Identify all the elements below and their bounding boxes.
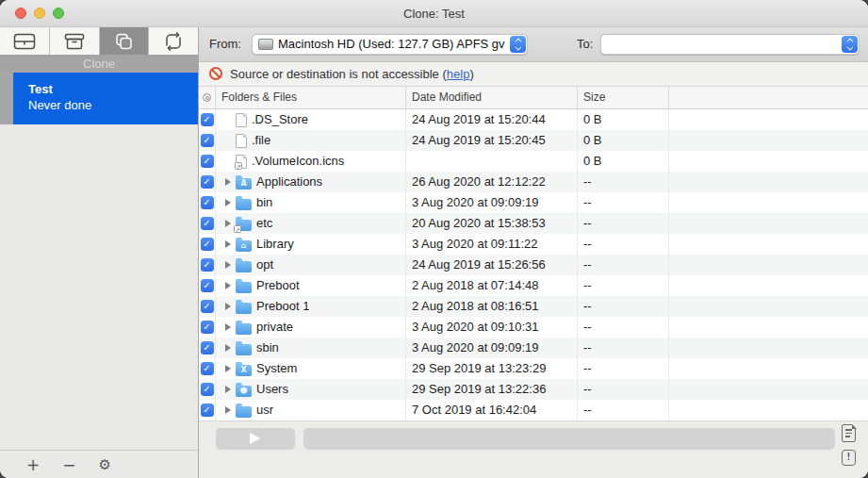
table-row[interactable]: ✓⌂Library3 Aug 2020 at 09:11:22-- bbox=[199, 234, 868, 255]
add-task-button[interactable]: + bbox=[26, 457, 40, 472]
table-row[interactable]: ✓usr7 Oct 2019 at 16:42:04-- bbox=[199, 400, 868, 420]
row-checkbox[interactable]: ✓ bbox=[201, 175, 214, 189]
row-checkbox[interactable]: ✓ bbox=[201, 238, 214, 251]
tab-archive[interactable] bbox=[50, 27, 100, 55]
size-cell: -- bbox=[578, 213, 669, 234]
disclosure-triangle-icon[interactable] bbox=[225, 240, 231, 248]
item-name: opt bbox=[256, 255, 273, 275]
header-date-modified[interactable]: Date Modified bbox=[406, 87, 578, 108]
name-cell: Preboot bbox=[216, 275, 406, 296]
table-row[interactable]: ✓sbin3 Aug 2020 at 09:09:19-- bbox=[199, 338, 868, 358]
item-name: Applications bbox=[256, 172, 322, 192]
start-clone-button[interactable] bbox=[216, 428, 295, 450]
date-modified-cell: 3 Aug 2020 at 09:09:19 bbox=[406, 338, 578, 358]
row-checkbox[interactable]: ✓ bbox=[201, 404, 214, 417]
date-modified-cell: 7 Oct 2019 at 16:42:04 bbox=[406, 400, 578, 420]
gear-icon[interactable]: ⚙ bbox=[99, 457, 111, 472]
remove-task-button[interactable]: − bbox=[62, 457, 75, 472]
titlebar[interactable]: Clone: Test bbox=[0, 0, 868, 27]
hard-drive-icon bbox=[258, 39, 273, 50]
size-cell: -- bbox=[578, 255, 669, 275]
header-empty bbox=[669, 87, 868, 108]
table-row[interactable]: ✓↗.VolumeIcon.icns0 B bbox=[199, 151, 868, 172]
play-icon bbox=[250, 433, 260, 444]
table-row[interactable]: ✓opt24 Aug 2019 at 15:26:56-- bbox=[199, 255, 868, 275]
name-cell: Preboot 1 bbox=[216, 296, 406, 317]
item-name: .DS_Store bbox=[252, 109, 308, 130]
header-folders-files[interactable]: Folders & Files bbox=[216, 87, 406, 108]
table-row[interactable]: ✓↗etc20 Aug 2020 at 15:38:53-- bbox=[199, 213, 868, 234]
empty-cell bbox=[669, 400, 868, 420]
disclosure-triangle-icon[interactable] bbox=[225, 178, 231, 186]
table-row[interactable]: ✓Preboot2 Aug 2018 at 07:14:48-- bbox=[199, 275, 868, 296]
disclosure-triangle-icon[interactable] bbox=[225, 323, 231, 331]
checkbox-cell: ✓ bbox=[199, 234, 216, 255]
name-cell: bin bbox=[216, 192, 406, 213]
row-checkbox[interactable]: ✓ bbox=[201, 279, 214, 292]
sidebar-section-header: Clone bbox=[0, 55, 198, 73]
clone-icon bbox=[113, 31, 134, 52]
progress-bar bbox=[303, 428, 835, 450]
row-checkbox[interactable]: ✓ bbox=[201, 217, 214, 230]
prohibited-icon bbox=[209, 67, 222, 80]
disclosure-triangle-icon[interactable] bbox=[225, 386, 231, 393]
main-pane: From: Macintosh HD (Used: 127.7 GB) APFS… bbox=[199, 27, 868, 478]
header-size[interactable]: Size bbox=[578, 87, 669, 108]
row-checkbox[interactable]: ✓ bbox=[201, 258, 214, 272]
tab-restore[interactable] bbox=[149, 27, 198, 55]
name-cell: XSystem bbox=[216, 358, 406, 379]
disclosure-triangle-icon[interactable] bbox=[225, 365, 231, 372]
header-checkbox-column[interactable] bbox=[199, 87, 216, 108]
disclosure-triangle-icon[interactable] bbox=[225, 282, 231, 289]
folder-icon bbox=[236, 323, 252, 335]
size-cell: 0 B bbox=[578, 109, 669, 130]
table-row[interactable]: ✓.DS_Store24 Aug 2019 at 15:20:440 B bbox=[199, 109, 868, 130]
date-modified-cell: 3 Aug 2020 at 09:09:19 bbox=[406, 192, 578, 213]
row-checkbox[interactable]: ✓ bbox=[201, 300, 214, 313]
help-link[interactable]: help bbox=[447, 67, 470, 81]
disclosure-triangle-icon[interactable] bbox=[225, 406, 231, 414]
destination-popup[interactable] bbox=[600, 34, 860, 55]
table-row[interactable]: ✓Preboot 12 Aug 2018 at 08:16:51-- bbox=[199, 296, 868, 317]
disclosure-triangle-icon[interactable] bbox=[225, 261, 231, 269]
row-checkbox[interactable]: ✓ bbox=[201, 155, 214, 168]
sidebar-item-test[interactable]: Test Never done bbox=[13, 73, 198, 124]
window-title: Clone: Test bbox=[0, 0, 868, 27]
row-checkbox[interactable]: ✓ bbox=[201, 196, 214, 209]
row-checkbox[interactable]: ✓ bbox=[201, 113, 214, 126]
row-checkbox[interactable]: ✓ bbox=[201, 362, 214, 375]
name-cell: ↗.VolumeIcon.icns bbox=[216, 151, 406, 172]
source-popup[interactable]: Macintosh HD (Used: 127.7 GB) APFS gv bbox=[252, 34, 528, 55]
disclosure-triangle-icon[interactable] bbox=[225, 303, 231, 310]
table-row[interactable]: ✓AApplications26 Aug 2020 at 12:12:22-- bbox=[199, 172, 868, 192]
tab-clone[interactable] bbox=[100, 27, 150, 55]
table-row[interactable]: ✓☻Users29 Sep 2019 at 13:22:36-- bbox=[199, 379, 868, 400]
log-document-icon[interactable] bbox=[842, 424, 856, 442]
table-row[interactable]: ✓bin3 Aug 2020 at 09:09:19-- bbox=[199, 192, 868, 213]
folder-icon bbox=[236, 282, 252, 293]
folder-icon: ☻ bbox=[236, 386, 252, 397]
row-checkbox[interactable]: ✓ bbox=[201, 383, 214, 396]
disclosure-triangle-icon[interactable] bbox=[225, 199, 231, 206]
name-cell: opt bbox=[216, 255, 406, 275]
alert-icon[interactable]: ! bbox=[842, 450, 856, 466]
row-checkbox[interactable]: ✓ bbox=[201, 134, 214, 147]
size-cell: -- bbox=[578, 400, 669, 420]
item-name: .file bbox=[252, 130, 270, 151]
table-row[interactable]: ✓.file24 Aug 2019 at 15:20:450 B bbox=[199, 130, 868, 151]
source-popup-value: Macintosh HD (Used: 127.7 GB) APFS gv bbox=[278, 35, 508, 54]
row-checkbox[interactable]: ✓ bbox=[201, 341, 214, 354]
name-cell: ⌂Library bbox=[216, 234, 406, 255]
tab-disk-image[interactable] bbox=[0, 27, 50, 55]
disclosure-triangle-icon[interactable] bbox=[225, 220, 231, 227]
checkbox-cell: ✓ bbox=[199, 358, 216, 379]
row-checkbox[interactable]: ✓ bbox=[201, 321, 214, 334]
table-row[interactable]: ✓private3 Aug 2020 at 09:10:31-- bbox=[199, 317, 868, 338]
disclosure-triangle-icon[interactable] bbox=[225, 344, 231, 352]
checkbox-cell: ✓ bbox=[199, 172, 216, 192]
item-name: private bbox=[256, 317, 293, 338]
item-name: .VolumeIcon.icns bbox=[252, 151, 344, 172]
table-row[interactable]: ✓XSystem29 Sep 2019 at 13:23:29-- bbox=[199, 358, 868, 379]
date-modified-cell: 24 Aug 2019 at 15:20:44 bbox=[406, 109, 578, 130]
date-modified-cell bbox=[406, 151, 578, 172]
